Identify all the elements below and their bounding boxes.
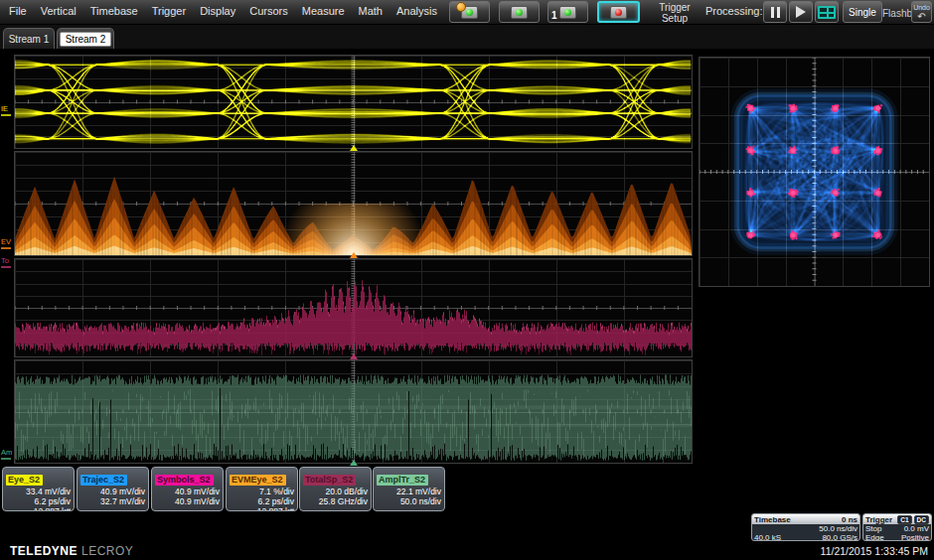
tab-stream-1[interactable]: Stream 1 xyxy=(3,28,55,49)
menu-measure[interactable]: Measure xyxy=(295,0,352,17)
datetime-label: 11/21/2015 1:33:45 PM xyxy=(821,545,928,557)
trigger-title: Trigger xyxy=(865,515,892,524)
single-trigger-scope-icon xyxy=(559,6,576,19)
menu-analysis[interactable]: Analysis xyxy=(389,0,444,17)
evm-trace-label: EV xyxy=(1,238,11,249)
amplitude-panel[interactable] xyxy=(14,359,693,464)
menu-cursors[interactable]: Cursors xyxy=(242,0,295,17)
eye-trace-label: IE xyxy=(1,105,11,116)
trigger-source-badge: C1 xyxy=(897,515,911,524)
play-icon xyxy=(796,6,806,18)
trigger-single-button[interactable]: 1 xyxy=(547,1,588,23)
trace-chip-symbols: Symbols_S2 xyxy=(155,475,214,486)
undo-arrow-icon: ↶ xyxy=(917,12,925,21)
menu-file[interactable]: File xyxy=(2,0,34,17)
trace-chip-evmeye: EVMEye_S2 xyxy=(230,475,286,486)
pause-icon xyxy=(771,7,780,18)
eye-diagram-panel[interactable] xyxy=(14,55,693,149)
spectrum-trace-label: To xyxy=(1,257,11,268)
timebase-offset: 0 ns xyxy=(842,515,857,524)
timebase-box[interactable]: Timebase 0 ns 50.0 ns/div 40.0 kS 80.0 G… xyxy=(751,513,860,541)
evm-trajectory-panel[interactable] xyxy=(14,151,693,256)
display-grid-button[interactable] xyxy=(815,1,839,23)
amplitude-trigger-marker-icon[interactable] xyxy=(350,460,358,466)
trigger-box[interactable]: Trigger C1 DC Stop 0.0 mV Edge Positive xyxy=(862,513,932,541)
descriptor-eye[interactable]: Eye_S2 33.4 mV/div 6.2 ps/div 12.887 k# xyxy=(2,467,75,511)
descriptor-symbols[interactable]: Symbols_S2 40.9 mV/div 40.9 mV/div xyxy=(151,467,224,511)
spectrum-trigger-marker-icon[interactable] xyxy=(350,353,358,359)
evm-trigger-marker-icon[interactable] xyxy=(350,252,358,258)
pause-button[interactable] xyxy=(763,1,787,23)
menu-trigger[interactable]: Trigger xyxy=(145,0,193,17)
menu-math[interactable]: Math xyxy=(352,0,389,17)
single-trigger-count: 1 xyxy=(551,10,557,21)
spectrum-panel[interactable] xyxy=(14,258,693,357)
descriptor-evmeye[interactable]: EVMEye_S2 7.1 %/div 6.2 ps/div 12.887 k# xyxy=(226,467,298,511)
tab-stream-2[interactable]: Stream 2 xyxy=(57,28,114,49)
menu-timebase[interactable]: Timebase xyxy=(83,0,145,17)
display-grid-icon xyxy=(818,6,836,19)
auto-trigger-scope-icon xyxy=(461,6,478,19)
normal-trigger-scope-icon xyxy=(511,6,528,19)
evm-trajectory-waveform xyxy=(15,152,692,255)
menu-bar: File Vertical Timebase Trigger Display C… xyxy=(0,0,934,25)
trace-chip-trajec: Trajec_S2 xyxy=(80,475,127,486)
descriptor-trajec[interactable]: Trajec_S2 40.9 mV/div 32.7 mV/div xyxy=(77,467,149,511)
trigger-normal-button[interactable] xyxy=(499,1,540,23)
trigger-stop-button[interactable] xyxy=(597,1,640,23)
spectrum-waveform xyxy=(15,259,692,356)
descriptor-ampltr[interactable]: AmplTr_S2 22.1 mV/div 50.0 ns/div xyxy=(373,467,445,511)
menu-vertical[interactable]: Vertical xyxy=(34,0,83,17)
menu-display[interactable]: Display xyxy=(193,0,242,17)
eye-diagram-waveform xyxy=(15,56,692,148)
amplitude-waveform xyxy=(15,360,692,463)
trigger-auto-button[interactable] xyxy=(449,1,490,23)
processing-label: Processing: xyxy=(705,6,762,17)
amplitude-trace-label: Am xyxy=(1,449,12,460)
trigger-setup-label[interactable]: Trigger Setup xyxy=(651,2,699,24)
oscilloscope-app: File Vertical Timebase Trigger Display C… xyxy=(0,0,934,560)
trace-chip-totalsp: TotalSp_S2 xyxy=(303,475,356,486)
clock-icon xyxy=(456,2,466,12)
teledyne-lecroy-logo: TELEDYNELECROY xyxy=(10,544,133,558)
timebase-title: Timebase xyxy=(754,515,791,524)
descriptor-totalsp[interactable]: TotalSp_S2 20.0 dB/div 25.8 GHz/div xyxy=(299,467,372,511)
constellation-panel[interactable] xyxy=(699,57,930,287)
stop-trigger-scope-icon xyxy=(610,6,627,19)
constellation-plot xyxy=(700,58,929,286)
undo-button[interactable]: Undo ↶ xyxy=(911,1,932,23)
stream-tab-bar: Stream 1 Stream 2 xyxy=(0,25,934,49)
eye-trigger-marker-icon[interactable] xyxy=(350,145,358,151)
status-bar: TELEDYNELECROY 11/21/2015 1:33:45 PM xyxy=(0,541,934,560)
trace-chip-ampltr: AmplTr_S2 xyxy=(377,475,428,486)
play-button[interactable] xyxy=(789,1,813,23)
single-mode-button[interactable]: Single xyxy=(843,1,882,23)
trigger-coupling-badge: DC xyxy=(914,515,929,524)
trace-chip-eye: Eye_S2 xyxy=(6,475,43,486)
